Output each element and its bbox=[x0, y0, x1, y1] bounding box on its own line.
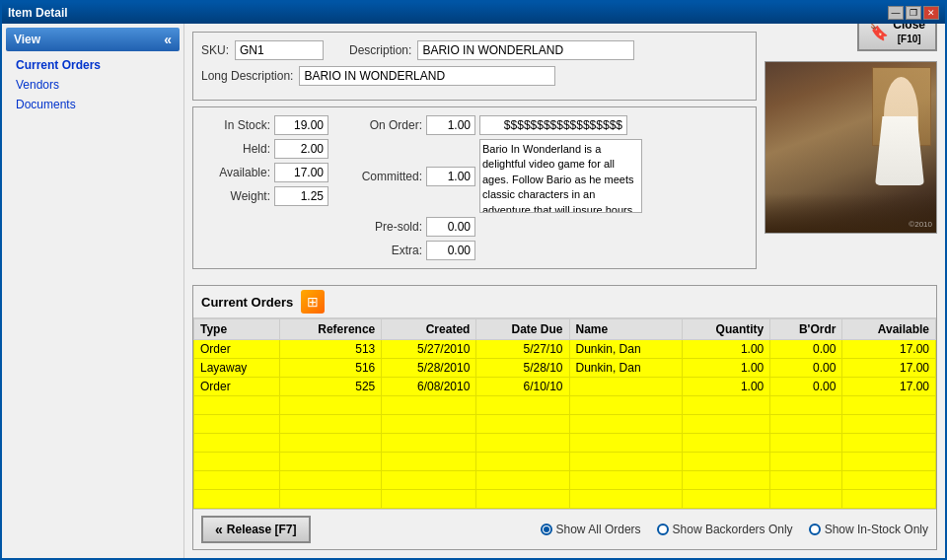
cell-name bbox=[569, 378, 682, 396]
item-form-section: SKU: Description: Long Description: bbox=[192, 32, 757, 101]
cell-quantity: 1.00 bbox=[682, 378, 769, 396]
cell-reference: 516 bbox=[280, 359, 382, 378]
sidebar: View « Current Orders Vendors Documents bbox=[2, 24, 184, 558]
extra-label: Extra: bbox=[348, 244, 422, 257]
sidebar-item-current-orders[interactable]: Current Orders bbox=[6, 55, 180, 75]
product-image: ©2010 bbox=[765, 61, 937, 234]
top-section: SKU: Description: Long Description: bbox=[192, 32, 937, 277]
stock-grid: In Stock: Held: Available: bbox=[201, 115, 748, 260]
window-close-button[interactable]: ✕ bbox=[923, 6, 939, 20]
sku-input[interactable] bbox=[235, 40, 324, 60]
stock-mid-col: On Order: Committed: Bario In Wonderland… bbox=[348, 115, 642, 260]
close-icon: 🔖 bbox=[869, 24, 889, 41]
col-date-due: Date Due bbox=[476, 319, 569, 340]
table-row[interactable]: Layaway 516 5/28/2010 5/28/10 Dunkin, Da… bbox=[194, 359, 936, 378]
orders-title: Current Orders bbox=[201, 295, 293, 310]
sidebar-view-label: View bbox=[14, 33, 40, 46]
release-button[interactable]: « Release [F7] bbox=[201, 516, 311, 543]
cell-available: 17.00 bbox=[842, 359, 936, 378]
item-description-box: Bario In Wonderland is a delightful vide… bbox=[479, 139, 642, 213]
extra-row: Extra: bbox=[348, 241, 642, 260]
radio-show-all-label: Show All Orders bbox=[556, 523, 641, 536]
sidebar-collapse-icon[interactable]: « bbox=[164, 32, 172, 47]
minimize-button[interactable]: — bbox=[888, 6, 904, 20]
available-input[interactable] bbox=[274, 163, 328, 182]
held-input[interactable] bbox=[274, 139, 328, 159]
radio-show-instock-label: Show In-Stock Only bbox=[825, 523, 928, 536]
cell-name: Dunkin, Dan bbox=[569, 359, 682, 378]
main-panel: 🔖 Close [F10] SKU: Descri bbox=[184, 24, 945, 558]
weight-row: Weight: bbox=[201, 186, 328, 206]
cell-created: 5/28/2010 bbox=[382, 359, 476, 378]
description-input[interactable] bbox=[417, 40, 634, 60]
stock-section: In Stock: Held: Available: bbox=[192, 106, 757, 269]
radio-show-all[interactable]: Show All Orders bbox=[541, 523, 641, 536]
close-label: Close [F10] bbox=[893, 24, 925, 45]
radio-show-backorders-label: Show Backorders Only bbox=[673, 523, 793, 536]
on-order-row: On Order: bbox=[348, 115, 642, 135]
on-order-input[interactable] bbox=[426, 115, 475, 135]
price-input[interactable] bbox=[479, 115, 627, 135]
close-action-button[interactable]: 🔖 Close [F10] bbox=[857, 24, 937, 51]
cell-created: 5/27/2010 bbox=[382, 340, 476, 359]
cell-reference: 525 bbox=[280, 378, 382, 396]
cell-available: 17.00 bbox=[842, 340, 936, 359]
orders-table[interactable]: Type Reference Created Date Due Name Qua… bbox=[193, 318, 936, 509]
orders-footer: « Release [F7] Show All Orders Show Back… bbox=[193, 509, 936, 549]
presold-row: Pre-sold: bbox=[348, 217, 642, 237]
col-type: Type bbox=[194, 319, 280, 340]
table-row[interactable]: Order 525 6/08/2010 6/10/10 1.00 0.00 17… bbox=[194, 378, 936, 396]
cell-type: Layaway bbox=[194, 359, 280, 378]
presold-label: Pre-sold: bbox=[348, 220, 422, 234]
cell-bordr: 0.00 bbox=[770, 340, 842, 359]
description-label: Description: bbox=[349, 43, 411, 57]
sku-label: SKU: bbox=[201, 43, 229, 57]
cell-available: 17.00 bbox=[842, 378, 936, 396]
in-stock-input[interactable] bbox=[274, 115, 328, 135]
extra-input[interactable] bbox=[426, 241, 475, 260]
available-label: Available: bbox=[201, 166, 270, 179]
restore-button[interactable]: ❐ bbox=[906, 6, 921, 20]
committed-input[interactable] bbox=[426, 167, 475, 186]
sidebar-item-vendors[interactable]: Vendors bbox=[6, 75, 180, 95]
presold-input[interactable] bbox=[426, 217, 475, 237]
weight-input[interactable] bbox=[274, 186, 328, 206]
radio-show-instock[interactable]: Show In-Stock Only bbox=[809, 523, 928, 536]
release-label: Release [F7] bbox=[227, 523, 297, 536]
radio-show-backorders-circle bbox=[657, 524, 669, 535]
in-stock-row: In Stock: bbox=[201, 115, 328, 135]
sidebar-item-documents[interactable]: Documents bbox=[6, 95, 180, 114]
in-stock-label: In Stock: bbox=[201, 118, 270, 132]
col-quantity: Quantity bbox=[682, 319, 769, 340]
available-row: Available: bbox=[201, 163, 328, 182]
table-row-empty bbox=[194, 434, 936, 453]
orders-header: Current Orders ⊞ bbox=[193, 286, 936, 318]
cell-quantity: 1.00 bbox=[682, 340, 769, 359]
cell-reference: 513 bbox=[280, 340, 382, 359]
radio-show-all-circle bbox=[541, 524, 552, 535]
image-watermark: ©2010 bbox=[909, 220, 932, 229]
col-reference: Reference bbox=[280, 319, 382, 340]
table-row[interactable]: Order 513 5/27/2010 5/27/10 Dunkin, Dan … bbox=[194, 340, 936, 359]
long-desc-input[interactable] bbox=[299, 66, 555, 86]
titlebar: Item Detail — ❐ ✕ bbox=[2, 2, 945, 24]
col-created: Created bbox=[382, 319, 476, 340]
cell-quantity: 1.00 bbox=[682, 359, 769, 378]
cell-name: Dunkin, Dan bbox=[569, 340, 682, 359]
long-desc-row: Long Description: bbox=[201, 66, 748, 86]
cell-type: Order bbox=[194, 340, 280, 359]
table-row-empty bbox=[194, 471, 936, 490]
stock-left-col: In Stock: Held: Available: bbox=[201, 115, 328, 260]
cell-date-due: 5/28/10 bbox=[476, 359, 569, 378]
long-desc-label: Long Description: bbox=[201, 69, 293, 83]
table-row-empty bbox=[194, 490, 936, 509]
held-label: Held: bbox=[201, 142, 270, 156]
release-back-icon: « bbox=[215, 522, 223, 537]
committed-label: Committed: bbox=[348, 170, 422, 183]
cell-date-due: 6/10/10 bbox=[476, 378, 569, 396]
radio-show-backorders[interactable]: Show Backorders Only bbox=[657, 523, 793, 536]
col-available: Available bbox=[842, 319, 936, 340]
titlebar-controls: — ❐ ✕ bbox=[888, 6, 939, 20]
cell-bordr: 0.00 bbox=[770, 378, 842, 396]
col-bordr: B'Ordr bbox=[770, 319, 842, 340]
